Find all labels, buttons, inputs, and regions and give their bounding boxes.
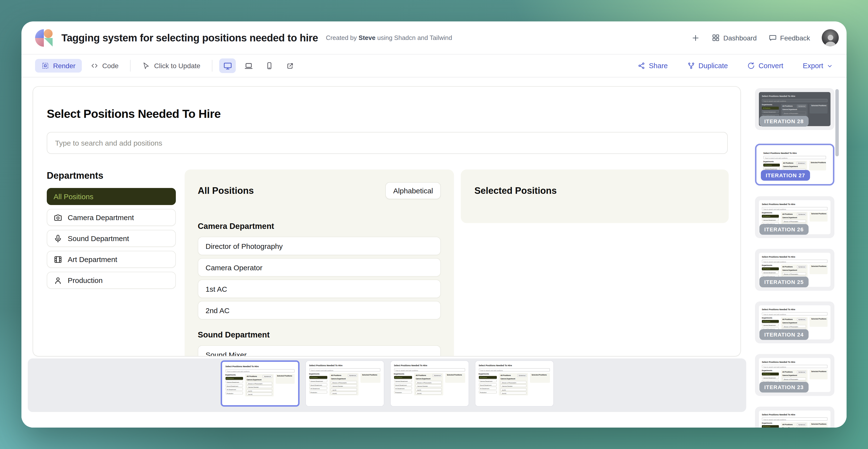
iteration-label: ITERATION 25 xyxy=(760,277,809,287)
department-sound[interactable]: Sound Department xyxy=(47,230,176,247)
created-by-name: Steve xyxy=(359,34,375,41)
department-camera[interactable]: Camera Department xyxy=(47,209,176,226)
department-production[interactable]: Production xyxy=(47,272,176,289)
device-laptop-button[interactable] xyxy=(240,58,257,73)
all-positions-panel: All Positions Alphabetical Camera Depart… xyxy=(185,169,454,356)
device-desktop-button[interactable] xyxy=(219,58,236,73)
search-input[interactable] xyxy=(47,132,728,154)
top-header: Tagging system for selecting positions n… xyxy=(22,22,846,55)
iteration-card-23[interactable]: Select Positions Needed To HireType to s… xyxy=(755,354,834,396)
duplicate-button[interactable]: Duplicate xyxy=(684,61,731,70)
avatar[interactable] xyxy=(822,29,839,46)
created-by-suffix: using Shadcn and Tailwind xyxy=(377,34,452,41)
feedback-button[interactable]: Feedback xyxy=(764,31,815,45)
version-filmstrip: Select Positions Needed To HireType to s… xyxy=(28,358,746,412)
tab-code[interactable]: Code xyxy=(86,59,123,72)
header-actions: Dashboard Feedback xyxy=(686,29,839,46)
dashboard-grid-icon xyxy=(712,34,720,42)
iteration-card-26[interactable]: Select Positions Needed To HireType to s… xyxy=(755,196,834,238)
selected-positions-heading: Selected Positions xyxy=(474,186,557,196)
iterations-sidebar: Select Positions Needed To HireType to s… xyxy=(752,77,846,427)
app-window: Tagging system for selecting positions n… xyxy=(22,22,846,427)
click-to-update-label: Click to Update xyxy=(154,62,200,70)
new-project-button[interactable] xyxy=(686,30,705,45)
filmstrip-thumbnail[interactable]: Select Positions Needed To HireType to s… xyxy=(475,360,554,407)
project-title: Tagging system for selecting positions n… xyxy=(61,32,318,43)
department-art[interactable]: Art Department xyxy=(47,251,176,268)
open-external-button[interactable] xyxy=(282,58,299,73)
render-frame-icon xyxy=(41,62,49,70)
editor-toolbar: Render Code Click to Update xyxy=(22,55,846,77)
dashboard-label: Dashboard xyxy=(723,34,757,42)
laptop-icon xyxy=(244,61,253,70)
department-label: All Positions xyxy=(54,192,93,201)
toolbar-divider xyxy=(130,60,131,72)
position-row[interactable]: Director of Photography xyxy=(198,237,441,255)
all-positions-heading: All Positions xyxy=(198,185,254,196)
preview-canvas: Select Positions Needed To Hire Departme… xyxy=(22,77,752,427)
camera-icon xyxy=(54,213,62,222)
person-icon xyxy=(54,276,62,285)
monitor-icon xyxy=(223,61,232,70)
created-by-text: Created by Steve using Shadcn and Tailwi… xyxy=(326,34,452,41)
position-row[interactable]: Camera Operator xyxy=(198,258,441,277)
filmstrip-thumbnail-selected[interactable]: Select Positions Needed To HireType to s… xyxy=(220,360,299,407)
convert-icon xyxy=(747,62,755,70)
click-to-update-button[interactable]: Click to Update xyxy=(137,59,205,72)
department-label: Production xyxy=(68,276,102,284)
render-label: Render xyxy=(53,62,75,70)
department-all-positions[interactable]: All Positions xyxy=(47,188,176,205)
share-label: Share xyxy=(649,62,668,70)
iteration-label: ITERATION 24 xyxy=(760,329,809,340)
sort-alphabetical-button[interactable]: Alphabetical xyxy=(385,182,441,199)
iteration-card-partial[interactable]: Select Positions Needed To HireType to s… xyxy=(755,407,834,427)
convert-label: Convert xyxy=(758,62,783,70)
position-row[interactable]: Sound Mixer xyxy=(198,345,441,356)
iteration-label: ITERATION 28 xyxy=(760,116,809,127)
dashboard-button[interactable]: Dashboard xyxy=(707,31,762,45)
chevron-down-icon xyxy=(827,63,833,69)
plus-icon xyxy=(691,33,700,42)
department-label: Camera Department xyxy=(68,213,134,222)
cursor-icon xyxy=(143,62,150,70)
iteration-card-24[interactable]: Select Positions Needed To HireType to s… xyxy=(755,301,834,343)
export-button[interactable]: Export xyxy=(800,61,836,70)
tab-render[interactable]: Render xyxy=(35,59,82,72)
iteration-card-27[interactable]: Select Positions Needed To HireType to s… xyxy=(755,144,834,186)
position-row[interactable]: 1st AC xyxy=(198,280,441,298)
feedback-label: Feedback xyxy=(780,34,810,42)
phone-icon xyxy=(265,61,274,70)
share-button[interactable]: Share xyxy=(635,61,671,70)
toolbar-actions: Share Duplicate Convert Export xyxy=(635,61,836,70)
departments-column: Departments All Positions Camera Departm… xyxy=(47,169,176,289)
department-label: Sound Department xyxy=(68,234,129,243)
magic-patterns-logo xyxy=(35,29,53,46)
filmstrip-region: Select Positions Needed To HireType to s… xyxy=(22,358,752,427)
microphone-icon xyxy=(54,234,62,243)
position-row[interactable]: 2nd AC xyxy=(198,301,441,319)
feedback-bubble-icon xyxy=(768,34,777,42)
share-icon xyxy=(638,62,645,70)
iteration-label: ITERATION 26 xyxy=(760,224,809,235)
device-phone-button[interactable] xyxy=(261,58,278,73)
avatar-person-icon xyxy=(823,33,838,46)
group-sound-department: Sound Department xyxy=(198,330,441,340)
iteration-card-28[interactable]: Select Positions Needed To HireType to s… xyxy=(755,88,834,130)
filmstrip-thumbnail[interactable]: Select Positions Needed To HireType to s… xyxy=(305,360,384,407)
department-label: Art Department xyxy=(68,255,117,263)
page-title: Select Positions Needed To Hire xyxy=(47,107,740,121)
rendered-app-card: Select Positions Needed To Hire Departme… xyxy=(33,86,741,356)
toolbar-divider xyxy=(212,60,213,72)
convert-button[interactable]: Convert xyxy=(745,61,786,70)
iteration-card-25[interactable]: Select Positions Needed To HireType to s… xyxy=(755,249,834,291)
filmstrip-thumbnail[interactable]: Select Positions Needed To HireType to s… xyxy=(390,360,469,407)
duplicate-label: Duplicate xyxy=(699,62,728,70)
code-label: Code xyxy=(102,62,119,70)
departments-heading: Departments xyxy=(47,170,176,181)
fork-icon xyxy=(687,62,695,70)
iteration-label: ITERATION 23 xyxy=(760,382,809,392)
sidebar-scrollbar[interactable] xyxy=(835,89,839,156)
group-camera-department: Camera Department xyxy=(198,222,441,231)
editor-content: Select Positions Needed To Hire Departme… xyxy=(22,77,846,427)
iteration-label: ITERATION 27 xyxy=(761,170,810,181)
